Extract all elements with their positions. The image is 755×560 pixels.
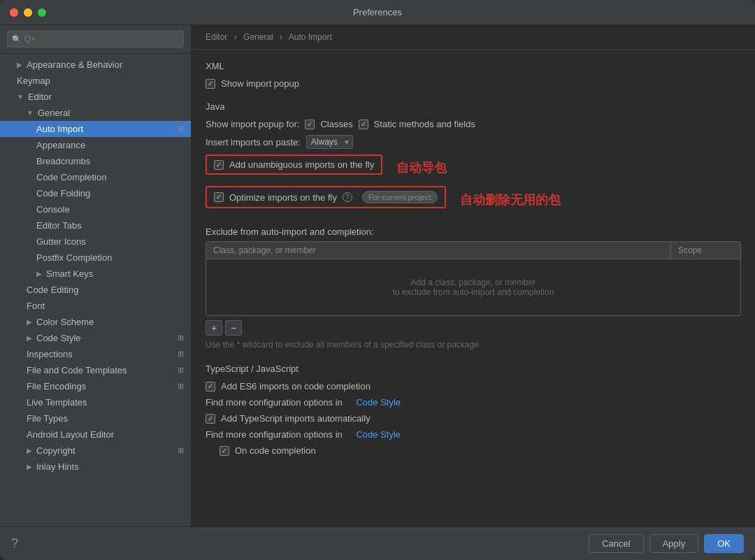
table-col-class: Class, package, or member [206,242,670,259]
classes-checkbox[interactable] [305,120,315,129]
ok-button[interactable]: OK [704,534,744,553]
show-import-popup-for-label: Show import popup for: [206,119,299,129]
sidebar-item-keymap[interactable]: Keymap [0,73,191,89]
add-es6-row: Add ES6 imports on code completion [206,381,741,392]
maximize-button[interactable] [38,8,46,17]
find-more-2-text: Find more configuration options in [206,429,343,440]
breadcrumb-part-2: General [243,32,273,42]
static-methods-label: Static methods and fields [374,119,475,129]
sidebar-item-color-scheme[interactable]: ▶ Color Scheme [0,314,191,330]
add-ts-label: Add TypeScript imports automatically [221,413,371,424]
table-col-scope: Scope [670,242,740,259]
classes-label: Classes [320,119,352,129]
copy-icon: ⊞ [178,333,184,343]
sidebar-item-appearance[interactable]: Appearance [0,137,191,153]
cancel-button[interactable]: Cancel [589,534,643,553]
on-code-completion-checkbox[interactable] [220,446,229,456]
add-es6-label: Add ES6 imports on code completion [221,381,371,392]
sidebar-item-label: General [38,108,70,118]
sidebar-item-editor[interactable]: ▼ Editor [0,89,191,105]
sidebar-item-label: File Types [27,413,68,424]
sidebar-item-label: File Encodings [27,381,86,392]
sidebar-item-general[interactable]: ▼ General [0,105,191,121]
java-section: Java Show import popup for: Classes Stat… [206,101,741,214]
breadcrumb-part-1: Editor [206,32,227,42]
chevron-right-icon: ▶ [17,61,22,69]
optimize-imports-box[interactable]: Optimize imports on the fly ? For curren… [206,186,446,208]
minimize-button[interactable] [24,8,32,17]
search-wrapper: 🔍 [7,31,184,48]
add-unambiguous-box[interactable]: Add unambiguous imports on the fly [206,155,382,175]
typescript-section-title: TypeScript / JavaScript [206,364,741,374]
sidebar-item-inspections[interactable]: Inspections ⊞ [0,346,191,362]
sidebar-item-smart-keys[interactable]: ▶ Smart Keys [0,266,191,282]
optimize-imports-label: Optimize imports on the fly [229,192,337,203]
sidebar-item-code-editing[interactable]: Code Editing [0,282,191,298]
insert-imports-label: Insert imports on paste: [206,137,301,148]
add-ts-row: Add TypeScript imports automatically [206,413,741,424]
sidebar-item-label: Console [36,204,70,215]
sidebar-item-inlay-hints[interactable]: ▶ Inlay Hints [0,459,191,475]
sidebar-item-postfix-completion[interactable]: Postfix Completion [0,250,191,266]
sidebar-item-file-encodings[interactable]: File Encodings ⊞ [0,378,191,394]
sidebar-item-label: Android Layout Editor [27,429,114,440]
sidebar-item-file-types[interactable]: File Types [0,410,191,426]
sidebar-item-code-completion[interactable]: Code Completion [0,169,191,185]
sidebar-item-label: Editor [28,92,52,102]
sidebar-item-code-style[interactable]: ▶ Code Style ⊞ [0,330,191,346]
table-empty-text-line1: Add a class, package, or member [411,278,536,287]
code-style-link-1[interactable]: Code Style [356,397,401,408]
sidebar-item-code-folding[interactable]: Code Folding [0,185,191,201]
footer: ? Cancel Apply OK [0,526,755,560]
chevron-right-icon: ▶ [27,334,32,342]
sidebar-item-breadcrumbs[interactable]: Breadcrumbs [0,153,191,169]
sidebar-item-console[interactable]: Console [0,201,191,217]
help-button[interactable]: ? [11,536,18,551]
xml-section: XML Show import popup [206,61,741,89]
breadcrumb: Editor › General › Auto Import [192,25,755,50]
on-code-completion-row: On code completion [220,445,741,456]
content-scroll: XML Show import popup Java Show import p… [192,50,755,526]
sidebar-item-label: Appearance [36,140,85,150]
add-exclude-button[interactable]: + [206,320,222,336]
exclude-hint: Use the * wildcard to exclude all member… [206,338,741,351]
sidebar-item-gutter-icons[interactable]: Gutter Icons [0,234,191,250]
sidebar-item-label: Inspections [27,349,73,359]
sidebar-item-file-code-templates[interactable]: File and Code Templates ⊞ [0,362,191,378]
apply-button[interactable]: Apply [649,534,699,553]
search-input[interactable] [7,31,184,48]
add-ts-checkbox[interactable] [206,414,215,424]
add-unambiguous-label: Add unambiguous imports on the fly [229,159,374,170]
sidebar-item-copyright[interactable]: ▶ Copyright ⊞ [0,443,191,459]
add-es6-checkbox[interactable] [206,382,215,392]
static-methods-checkbox[interactable] [359,120,368,129]
sidebar-item-live-templates[interactable]: Live Templates [0,394,191,410]
sidebar-item-appearance-behavior[interactable]: ▶ Appearance & Behavior [0,57,191,73]
sidebar-item-editor-tabs[interactable]: Editor Tabs [0,217,191,234]
for-current-project-badge: For current project [362,191,438,203]
code-style-link-2[interactable]: Code Style [356,429,401,440]
insert-imports-dropdown-wrapper: AlwaysAskNever ▼ [306,135,353,149]
show-import-popup-checkbox[interactable] [206,79,215,89]
help-icon[interactable]: ? [343,192,352,202]
insert-imports-select[interactable]: AlwaysAskNever [306,135,353,149]
add-unambiguous-checkbox[interactable] [214,160,224,170]
remove-exclude-button[interactable]: − [225,320,242,336]
traffic-lights [10,8,46,17]
sidebar-item-label: Auto Import [36,124,83,134]
find-more-1-row: Find more configuration options in Code … [206,397,741,408]
optimize-imports-annotation: 自动删除无用的包 [460,192,561,208]
sidebar-item-label: Code Completion [36,172,106,182]
sidebar-item-label: Postfix Completion [36,252,112,263]
breadcrumb-separator: › [234,32,237,42]
add-unambiguous-row: Add unambiguous imports on the fly 自动导包 [206,155,741,180]
optimize-imports-checkbox[interactable] [214,192,224,202]
sidebar-item-label: Inlay Hints [36,461,79,472]
sidebar-item-android-layout-editor[interactable]: Android Layout Editor [0,426,191,443]
chevron-right-icon: ▶ [27,463,32,471]
close-button[interactable] [10,8,18,17]
sidebar-item-auto-import[interactable]: Auto Import ⊞ [0,121,191,137]
sidebar-item-font[interactable]: Font [0,298,191,314]
exclude-table: Class, package, or member Scope Add a cl… [206,241,741,316]
exclude-label: Exclude from auto-import and completion: [206,227,741,237]
